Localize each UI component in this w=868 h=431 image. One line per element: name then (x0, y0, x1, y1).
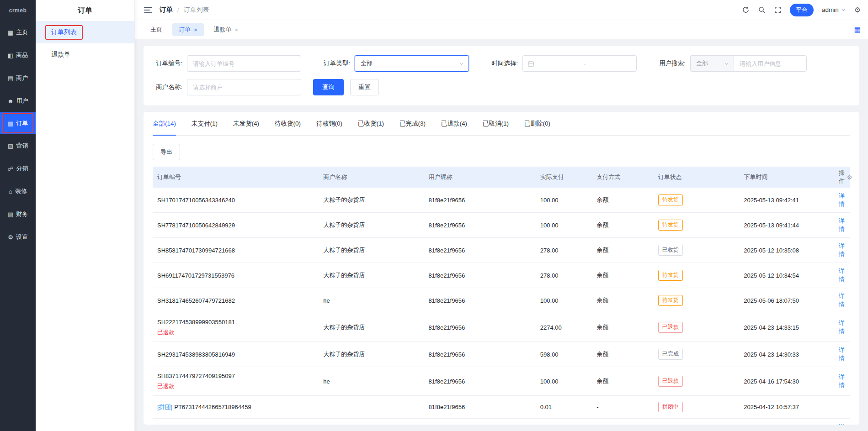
status-badge: 已收货 (658, 245, 683, 256)
user-search-select[interactable]: 全部 (690, 55, 734, 72)
chevron-down-icon (841, 7, 846, 12)
reset-button[interactable]: 重置 (350, 79, 379, 95)
search-button[interactable]: 查询 (313, 79, 344, 95)
main-area: 订单 / 订单列表 平台 admin (135, 0, 868, 431)
cell-status: 已取消 (654, 421, 740, 425)
refresh-icon[interactable] (742, 6, 750, 14)
date-range-picker[interactable]: - (522, 55, 637, 72)
search-icon[interactable] (758, 6, 766, 14)
status-badge: 待发货 (658, 270, 683, 281)
sidebar-item-营销[interactable]: ▧ 营销 (0, 134, 36, 157)
cell-order-no: SH222174538999903550181 已退款 (153, 315, 319, 341)
platform-badge[interactable]: 平台 (790, 4, 814, 16)
status-tab-未发货(4)[interactable]: 未发货(4) (233, 112, 259, 135)
status-tab-已收货(1)[interactable]: 已收货(1) (358, 112, 384, 135)
submenu-item-订单列表[interactable]: 订单列表 (36, 21, 134, 43)
submenu-panel: 订单 订单列表 退款单 (36, 0, 135, 431)
status-tab-已删除(0)[interactable]: 已删除(0) (524, 112, 550, 135)
topbar-right: 平台 admin ⚙ (742, 4, 861, 16)
sidebar-item-装修[interactable]: ⌂ 装修 (0, 180, 36, 203)
status-tab-全部(14)[interactable]: 全部(14) (153, 112, 176, 135)
table-toolbar: 导出 (153, 136, 850, 167)
cell-order-no: [拼团]PT673174442665718964459 (153, 399, 319, 415)
status-tab-待核销(0)[interactable]: 待核销(0) (316, 112, 342, 135)
table-body: SH170174710056343346240 大粽子的杂货店 81f8e21f… (153, 188, 850, 425)
sidebar-item-财务[interactable]: ▨ 财务 (0, 203, 36, 226)
detail-link[interactable]: 详情 (839, 320, 845, 335)
cell-time: 2025-04-16 17:54:30 (739, 374, 834, 389)
detail-link[interactable]: 详情 (839, 217, 845, 232)
user-search-input[interactable] (734, 55, 807, 72)
status-tab-已取消(1)[interactable]: 已取消(1) (483, 112, 509, 135)
cell-action (834, 403, 850, 411)
column-header-下单时间: 下单时间 (739, 173, 834, 181)
submenu-item-退款单[interactable]: 退款单 (36, 43, 134, 66)
table-row: SH778174710050642849929 大粽子的杂货店 81f8e21f… (153, 213, 850, 238)
detail-link[interactable]: 详情 (839, 293, 845, 308)
sidebar-item-订单[interactable]: ▥ 订单 (0, 112, 36, 134)
fullscreen-icon[interactable] (774, 6, 782, 14)
filter-panel: 订单编号: 订单类型: 全部 (144, 46, 859, 105)
order-type-tag: [拼团] (157, 404, 172, 410)
status-tab-未支付(1)[interactable]: 未支付(1) (192, 112, 218, 135)
username: admin (822, 6, 839, 13)
cell-order-no: SH837174479727409195097 已退款 (153, 368, 319, 394)
sidebar-item-分销[interactable]: ☍ 分销 (0, 157, 36, 180)
page-tab-订单[interactable]: 订单 × (172, 23, 204, 36)
submenu-nav: 订单列表 退款单 (36, 21, 134, 66)
detail-link[interactable]: 详情 (839, 268, 845, 283)
column-header-商户名称: 商户名称 (319, 173, 424, 181)
detail-link[interactable]: 详情 (839, 347, 845, 362)
cell-paid: 278.00 (536, 268, 592, 283)
order-type-select[interactable]: 全部 (355, 55, 469, 72)
detail-link[interactable]: 详情 (839, 423, 845, 425)
merchant-label: 商户名称: (145, 83, 187, 91)
filter-time: 时间选择: - (481, 55, 637, 72)
page-tabs: 主页 订单 × 退款单 × (144, 23, 245, 36)
page-content: 订单编号: 订单类型: 全部 (135, 39, 868, 431)
column-header-订单状态: 订单状态 (654, 173, 740, 181)
breadcrumb-page: 订单列表 (184, 6, 209, 14)
cell-time: 2025-05-12 10:35:08 (739, 243, 834, 258)
detail-link[interactable]: 详情 (839, 242, 845, 258)
export-button[interactable]: 导出 (153, 144, 180, 160)
cell-status: 已完成 (654, 345, 740, 364)
status-tab-已退款(4)[interactable]: 已退款(4) (441, 112, 467, 135)
sidebar-item-设置[interactable]: ⚙ 设置 (0, 226, 36, 248)
cell-pay-method: 余额 (592, 267, 653, 284)
cell-order-no: SH858174701730994721668 (153, 243, 319, 258)
sidebar-item-主页[interactable]: ▦ 主页 (0, 21, 36, 44)
sidebar-item-商品[interactable]: ◧ 商品 (0, 44, 36, 67)
sidebar-item-商户[interactable]: ▤ 商户 (0, 67, 36, 89)
tabs-menu-icon[interactable]: ▦ (854, 26, 861, 34)
page-tab-退款单[interactable]: 退款单 × (208, 23, 245, 36)
cell-status: 已收货 (654, 241, 740, 260)
cell-paid: 100.00 (536, 374, 592, 389)
sidebar-item-label: 用户 (16, 97, 28, 105)
cell-merchant: 大粽子的杂货店 (319, 192, 424, 208)
status-tab-待收货(0)[interactable]: 待收货(0) (275, 112, 301, 135)
filter-order-no: 订单编号: (145, 55, 301, 72)
detail-link[interactable]: 详情 (839, 373, 845, 389)
gear-icon[interactable]: ⚙ (854, 5, 861, 14)
status-tab-已完成(3)[interactable]: 已完成(3) (399, 112, 426, 135)
cell-merchant: 大粽子的杂货店 (319, 319, 424, 336)
order-no-input[interactable] (187, 55, 301, 72)
order-no-text: SH293174538983805816949 (157, 351, 235, 358)
status-badge: 待发货 (658, 295, 683, 306)
status-badge: 已退款 (658, 376, 683, 387)
order-no-text: SH778174710050642849929 (157, 222, 235, 229)
sidebar-item-用户[interactable]: ☻ 用户 (0, 89, 36, 112)
detail-link[interactable]: 详情 (839, 192, 845, 207)
merchant-input[interactable] (187, 79, 301, 95)
close-icon[interactable]: × (235, 27, 239, 33)
collapse-menu-icon[interactable] (144, 7, 152, 13)
user-menu[interactable]: admin (822, 6, 846, 13)
page-tab-主页[interactable]: 主页 (144, 23, 169, 36)
status-badge: 拼团中 (658, 402, 683, 413)
close-icon[interactable]: × (194, 27, 197, 33)
table-row: [秒杀]PT795174442651481773145 81f8e21f9656… (153, 419, 850, 425)
cell-merchant: 大粽子的杂货店 (319, 346, 424, 363)
settings-icon: ⚙ (8, 234, 13, 240)
column-settings-icon[interactable]: ⚙ (847, 174, 852, 181)
